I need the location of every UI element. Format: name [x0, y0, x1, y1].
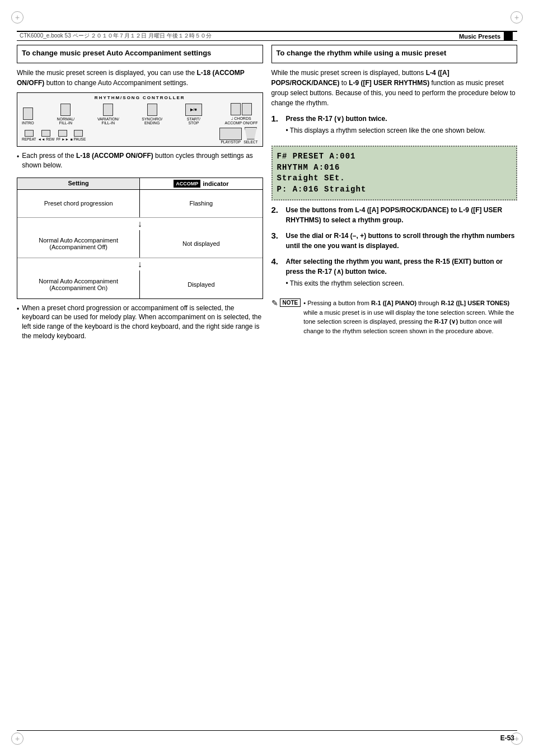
step-2: 2. Use the buttons from L-4 ([A] POPS/RO…	[271, 205, 518, 225]
step-4-number: 4.	[271, 256, 283, 288]
ctrl-select-btn	[245, 127, 257, 139]
ctrl-start-stop-label: START/STOP	[187, 117, 200, 125]
left-bullet-2: • When a preset chord progression or acc…	[17, 304, 263, 341]
step-4-sub: • This exits the rhythm selection screen…	[286, 278, 518, 288]
bullet-dot-1: •	[17, 152, 19, 170]
lcd-line-3: Straight SEt.	[277, 173, 512, 184]
ctrl-ff-label: FF ►►	[56, 137, 69, 141]
ctrl-normal-fill: NORMAL/FILL-IN	[57, 104, 74, 125]
ctrl-variation-fill: VARIATION/FILL-IN	[97, 104, 119, 125]
controller-top-row: INTRO NORMAL/FILL-IN VARIATION/FILL-IN S…	[20, 102, 260, 126]
step-1-number: 1.	[271, 114, 283, 136]
ctrl-synchro: SYNCHRO/ENDING	[142, 104, 162, 125]
left-column: To change music preset Auto Accompanimen…	[17, 45, 263, 728]
ctrl-synchro-label: SYNCHRO/ENDING	[142, 117, 162, 125]
note-icon-area: ✎ NOTE	[271, 298, 301, 307]
ctrl-chords-accomp-label: ♩ CHORDSACCOMP ON/OFF	[224, 116, 257, 125]
step-1-content: Press the R-17 (∨) button twice. • This …	[286, 114, 486, 136]
table-row-2: Normal Auto Accompaniment(Accompaniment …	[17, 230, 263, 258]
lcd-line-1: F# PRESET A:001	[277, 151, 512, 162]
left-bullet-1: • Each press of the L-18 (ACCOMP ON/OFF)…	[17, 151, 263, 170]
ctrl-left-group: REPEAT ◄◄ REW FF ►► ■ PAUSE	[22, 130, 86, 141]
table-row1-setting: Preset chord progression	[17, 190, 140, 217]
note-label: NOTE	[280, 298, 301, 307]
indicator-label: indicator	[203, 180, 228, 187]
left-section-box: To change music preset Auto Accompanimen…	[17, 45, 263, 63]
right-section-intro: While the music preset screen is display…	[271, 68, 518, 108]
ctrl-play-stop-btn	[219, 128, 242, 140]
controller-label: RHYTHM/SONG CONTROLLER	[20, 95, 260, 100]
step-1: 1. Press the R-17 (∨) button twice. • Th…	[271, 114, 518, 136]
ctrl-repeat-label: REPEAT	[22, 137, 36, 141]
ctrl-pause-label: ■ PAUSE	[71, 137, 86, 141]
bullet-dot-2: •	[17, 305, 19, 341]
table-row3-setting: Normal Auto Accompaniment(Accompaniment …	[17, 270, 140, 298]
ctrl-start-stop: ▶/■ START/STOP	[185, 104, 202, 125]
table-row-1: Preset chord progression Flashing	[17, 190, 263, 218]
ctrl-start-stop-btn: ▶/■	[185, 104, 202, 116]
ctrl-synchro-btn	[147, 104, 157, 116]
accomp-label: ACCOMP	[174, 180, 200, 188]
ctrl-normal-fill-label: NORMAL/FILL-IN	[57, 117, 74, 125]
right-column: To change the rhythm while using a music…	[271, 45, 518, 728]
table-col1-header: Setting	[17, 178, 140, 189]
table-header-row: Setting ACCOMP indicator	[17, 178, 263, 190]
ctrl-rew: ◄◄ REW	[38, 130, 55, 141]
ctrl-variation-label: VARIATION/FILL-IN	[97, 117, 119, 125]
note-content: • Pressing a button from R-1 ([A] PIANO)…	[303, 298, 517, 335]
ctrl-play-stop-label: PLAY/STOP	[221, 140, 241, 144]
ctrl-right-group: PLAY/STOP SELECT	[219, 127, 257, 144]
right-section-box: To change the rhythm while using a music…	[271, 45, 518, 63]
note-box: ✎ NOTE • Pressing a button from R-1 ([A]…	[271, 298, 518, 335]
arrow-2: ↓	[17, 258, 263, 270]
ctrl-normal-fill-btn	[60, 104, 71, 116]
rhythm-controller-diagram: RHYTHM/SONG CONTROLLER INTRO NORMAL/FILL…	[17, 92, 263, 147]
page-number: E-53	[500, 734, 514, 742]
step-4-content: After selecting the rhythm you want, pre…	[286, 256, 518, 288]
table-row1-indicator: Flashing	[140, 190, 262, 217]
bottom-line	[17, 730, 517, 731]
step-3-content: Use the dial or R-14 (–, +) buttons to s…	[286, 231, 518, 251]
corner-target-tr	[510, 11, 523, 24]
step-3: 3. Use the dial or R-14 (–, +) buttons t…	[271, 231, 518, 251]
step-2-number: 2.	[271, 205, 283, 225]
corner-target-bl	[11, 732, 24, 745]
row1-indicator-text: Flashing	[190, 200, 213, 207]
arrow-1: ↓	[17, 218, 263, 230]
step-1-sub: • This displays a rhythm selection scree…	[286, 125, 486, 136]
header-title: Music Presets	[459, 33, 500, 40]
row3-setting-text: Normal Auto Accompaniment(Accompaniment …	[39, 278, 118, 291]
content-area: To change music preset Auto Accompanimen…	[17, 45, 517, 728]
table-row2-indicator: Not displayed	[140, 230, 262, 258]
ctrl-rew-label: ◄◄ REW	[38, 137, 55, 141]
ctrl-repeat-btn	[25, 130, 34, 137]
step-2-content: Use the buttons from L-4 ([A] POPS/ROCK/…	[286, 205, 518, 225]
bullet-1-text: Each press of the L-18 (ACCOMP ON/OFF) b…	[22, 151, 263, 170]
bullet-2-text: When a preset chord progression or accom…	[22, 304, 263, 341]
right-section-title: To change the rhythm while using a music…	[277, 49, 513, 57]
note-pencil-icon: ✎	[271, 298, 278, 307]
setting-table: Setting ACCOMP indicator Preset chord pr…	[17, 178, 263, 299]
ctrl-intro-btn	[23, 108, 33, 120]
table-row2-setting: Normal Auto Accompaniment(Accompaniment …	[17, 230, 140, 258]
ctrl-chords-btn	[231, 103, 241, 115]
left-section-title: To change music preset Auto Accompanimen…	[22, 49, 258, 57]
ctrl-select-label: SELECT	[243, 140, 257, 144]
filename-text: CTK6000_e.book 53 ページ ２０１０年７月１２日 月曜日 午後１…	[20, 32, 212, 40]
row2-indicator-text: Not displayed	[182, 240, 220, 247]
ctrl-variation-fill-btn	[103, 104, 113, 116]
ctrl-intro: INTRO	[22, 108, 34, 125]
lcd-display: F# PRESET A:001 RHYTHM A:016 Straight SE…	[271, 146, 518, 200]
ctrl-ff: FF ►►	[56, 130, 69, 141]
table-col2-header: ACCOMP indicator	[140, 178, 262, 189]
ctrl-ff-btn	[58, 130, 67, 137]
left-section-intro: While the music preset screen is display…	[17, 68, 263, 88]
ctrl-repeat: REPEAT	[22, 130, 36, 141]
header-icon	[504, 32, 513, 41]
row1-setting-text: Preset chord progression	[44, 200, 113, 207]
row3-indicator-text: Displayed	[188, 281, 214, 288]
step-3-number: 3.	[271, 231, 283, 251]
ctrl-rew-btn	[41, 130, 50, 137]
lcd-line-2: RHYTHM A:016	[277, 162, 512, 174]
ctrl-pause: ■ PAUSE	[71, 130, 86, 141]
